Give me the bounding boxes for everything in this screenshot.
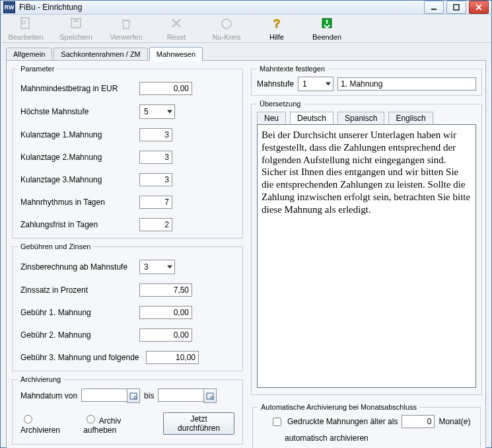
svg-point-16	[134, 396, 137, 399]
mahndatum-von-label: Mahndatum von	[20, 391, 77, 400]
tab-page-mahnwesen: Parameter Mahnmindestbetrag in EUR Höchs…	[6, 60, 486, 448]
kulanz2-input[interactable]	[139, 151, 172, 164]
help-icon: ?	[269, 16, 285, 32]
svg-rect-15	[130, 393, 137, 399]
hoechste-select[interactable]: 5	[139, 104, 175, 119]
maximize-button[interactable]	[446, 1, 466, 14]
gebuehren-legend: Gebühren und Zinsen	[18, 243, 93, 250]
zinsab-label: Zinsberechnung ab Mahnstufe	[18, 262, 139, 272]
floppy-icon	[68, 16, 84, 32]
toolbar: Bearbeiten Speichern Verwerfen Reset Nu-…	[1, 15, 491, 43]
left-column: Parameter Mahnmindestbetrag in EUR Höchs…	[7, 61, 248, 448]
trans-tab-neu[interactable]: Neu	[257, 112, 286, 124]
auto-archiv-legend: Automatische Archivierung bei Monatsabsc…	[258, 403, 419, 411]
auto-archiv-checkbox[interactable]	[273, 418, 281, 426]
svg-rect-5	[22, 21, 25, 24]
trans-tab-spanisch[interactable]: Spanisch	[337, 112, 384, 124]
kulanz1-label: Kulanztage 1.Mahnung	[18, 130, 139, 139]
mahnstufe-select[interactable]: 1	[298, 77, 334, 91]
minimize-button[interactable]	[424, 1, 444, 14]
kulanz1-input[interactable]	[139, 128, 172, 141]
auto-archiv-group: Automatische Archivierung bei Monatsabsc…	[252, 403, 481, 448]
nukreis-button: Nu-Kreis	[201, 15, 252, 42]
mahntexte-legend: Mahntexte festlegen	[257, 65, 328, 73]
auto-archiv-text2: automatisch archivieren	[285, 433, 369, 443]
rhythmus-label: Mahnrhythmus in Tagen	[18, 198, 139, 207]
tab-strip: Allgemein Sachkontenrahmen / ZM Mahnwese…	[1, 43, 491, 61]
app-icon: RW	[3, 1, 15, 13]
discard-button: Verwerfen	[101, 15, 151, 42]
mahnmin-input[interactable]	[139, 82, 192, 95]
trans-tab-englisch[interactable]: Englisch	[388, 112, 433, 124]
geb1-input[interactable]	[139, 306, 192, 319]
translation-textarea[interactable]: Bei der Durchsicht unserer Unterlagen ha…	[257, 124, 476, 388]
svg-text:?: ?	[273, 17, 281, 30]
archiv-legend: Archivierung	[18, 375, 63, 383]
mahnmin-label: Mahnmindestbetrag in EUR	[18, 84, 139, 93]
trans-tab-deutsch[interactable]: Deutsch	[290, 112, 334, 124]
close-button[interactable]	[469, 1, 489, 14]
radio-aufheben[interactable]: Archiv aufheben	[83, 413, 154, 435]
window-controls	[424, 1, 489, 14]
parameter-group: Parameter Mahnmindestbetrag in EUR Höchs…	[12, 65, 243, 239]
main-window: RW FiBu - Einrichtung Bearbeiten S	[0, 0, 492, 448]
zinssatz-label: Zinssatz in Prozent	[18, 285, 139, 295]
rhythmus-input[interactable]	[139, 196, 172, 209]
svg-rect-17	[207, 393, 213, 399]
auto-archiv-text1b: Monat(e)	[439, 417, 470, 426]
x-icon	[168, 16, 184, 32]
geb3-input[interactable]	[146, 351, 199, 364]
geb2-input[interactable]	[139, 328, 192, 342]
gebuehren-group: Gebühren und Zinsen Zinsberechnung ab Ma…	[12, 243, 243, 371]
geb2-label: Gebühr 2. Mahnung	[18, 330, 139, 340]
calendar-bis-button[interactable]	[203, 389, 217, 403]
svg-point-12	[222, 19, 231, 28]
uebersetzung-group: Übersetzung Neu Deutsch Spanisch Englisc…	[251, 100, 482, 395]
uebersetzung-legend: Übersetzung	[257, 100, 303, 108]
document-icon	[18, 16, 34, 32]
archiv-group: Archivierung Mahndatum von bis	[12, 375, 243, 445]
tab-sachkontenrahmen[interactable]: Sachkontenrahmen / ZM	[53, 48, 147, 61]
tab-mahnwesen[interactable]: Mahnwesen	[149, 47, 203, 61]
title-bar: RW FiBu - Einrichtung	[1, 1, 491, 15]
svg-rect-1	[454, 5, 459, 10]
save-button: Speichern	[51, 15, 101, 42]
calendar-von-button[interactable]	[127, 389, 140, 403]
tab-allgemein[interactable]: Allgemein	[6, 48, 52, 61]
geb3-label: Gebühr 3. Mahnung und folgende	[18, 353, 146, 362]
zinsab-select[interactable]: 3	[139, 260, 175, 274]
zfrist-label: Zahlungsfrist in Tagen	[18, 220, 139, 229]
svg-rect-7	[73, 19, 79, 22]
hoechste-label: Höchste Mahnstufe	[18, 107, 139, 116]
translation-tabs: Neu Deutsch Spanisch Englisch	[257, 112, 476, 124]
mahntexte-group: Mahntexte festlegen Mahnstufe 1	[251, 65, 482, 96]
radio-archivieren[interactable]: Archivieren	[20, 413, 74, 435]
zfrist-input[interactable]	[139, 218, 172, 231]
edit-button: Bearbeiten	[1, 15, 51, 42]
reset-button: Reset	[151, 15, 201, 42]
window-title: FiBu - Einrichtung	[19, 3, 424, 12]
mahndatum-bis-input[interactable]	[158, 389, 204, 402]
exit-icon	[319, 16, 335, 32]
jetzt-durchfuehren-button[interactable]: Jetzt durchführen	[163, 412, 234, 435]
kulanz3-label: Kulanztage 3.Mahnung	[18, 175, 139, 184]
zinssatz-input[interactable]	[139, 283, 192, 297]
kulanz2-label: Kulanztage 2.Mahnung	[18, 153, 139, 162]
right-column: Mahntexte festlegen Mahnstufe 1 Übersetz…	[248, 61, 487, 448]
svg-rect-8	[73, 24, 79, 27]
auto-archiv-text1a: Gedruckte Mahnungen älter als	[287, 417, 398, 426]
auto-archiv-months-input[interactable]	[402, 415, 435, 428]
mahnung-name-input[interactable]	[337, 77, 476, 91]
exit-button[interactable]: Beenden	[302, 15, 352, 42]
svg-point-18	[211, 396, 213, 399]
help-button[interactable]: ? Hilfe	[252, 15, 302, 42]
parameter-legend: Parameter	[18, 65, 57, 73]
geb1-label: Gebühr 1. Mahnung	[18, 308, 139, 317]
trash-icon	[118, 16, 134, 32]
mahndatum-bis-label: bis	[144, 391, 154, 400]
circle-icon	[219, 16, 234, 32]
mahndatum-von-input[interactable]	[81, 389, 127, 402]
mahnstufe-label: Mahnstufe	[257, 79, 294, 89]
kulanz3-input[interactable]	[139, 173, 172, 186]
